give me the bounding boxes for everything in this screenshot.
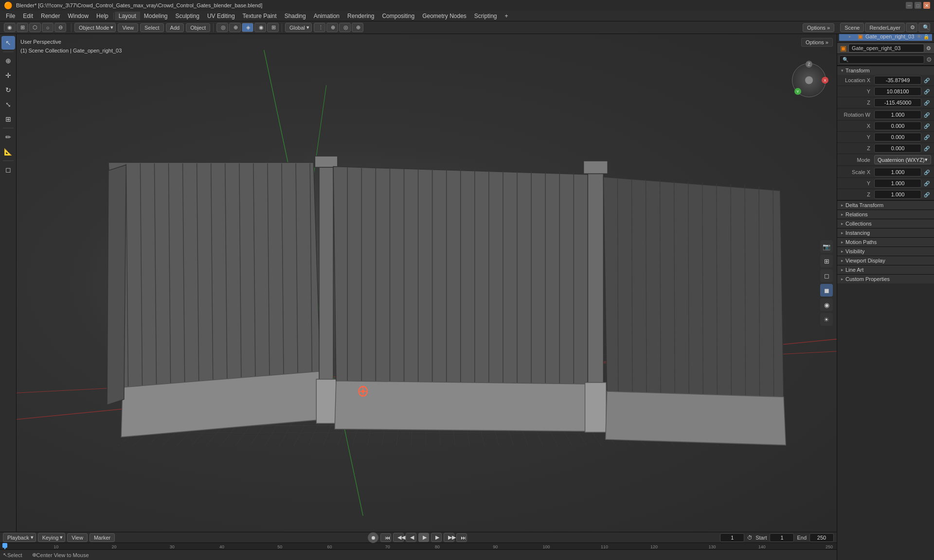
rotation-w-field[interactable]: 1.000 (874, 110, 921, 119)
relations-section[interactable]: ▸ Relations (837, 210, 934, 219)
collections-section[interactable]: ▸ Collections (837, 219, 934, 228)
rotation-x-lock[interactable]: 🔗 (922, 122, 931, 130)
location-x-field[interactable]: -35.87949 (874, 76, 921, 85)
toolbar-snap3[interactable]: ◎ (339, 23, 351, 32)
rotation-w-lock[interactable]: 🔗 (922, 110, 931, 119)
scale-x-lock[interactable]: 🔗 (922, 168, 931, 176)
scale-x-field[interactable]: 1.000 (874, 168, 921, 176)
scale-z-field[interactable]: 1.000 (874, 190, 921, 199)
nav-center[interactable] (805, 76, 813, 84)
skip-start-btn[interactable]: ⏮ (380, 533, 391, 542)
play-record-btn[interactable]: ⏺ (368, 532, 378, 543)
toolbar-settings[interactable]: ⚙ (906, 23, 917, 32)
toolbar-icon1[interactable]: ◎ (216, 23, 228, 32)
nav-bottom-y[interactable]: Y (794, 88, 801, 95)
rotation-z-field[interactable]: 0.000 (874, 144, 921, 153)
options-button[interactable]: Options » (803, 23, 834, 32)
timeline-marker-btn[interactable]: Marker (90, 533, 115, 542)
vp-camera-icon[interactable]: 📷 (820, 240, 833, 253)
properties-search[interactable]: 🔍 (839, 55, 924, 64)
start-frame-field[interactable]: 1 (770, 533, 794, 542)
toolbar-search[interactable]: 🔍 (918, 23, 930, 32)
keying-dropdown[interactable]: Keying ▾ (38, 533, 66, 542)
prev-keyframe-btn[interactable]: ◀ (406, 533, 416, 542)
menu-shading[interactable]: Shading (281, 12, 310, 20)
rotation-y-lock[interactable]: 🔗 (922, 133, 931, 141)
current-frame-handle[interactable] (2, 543, 7, 548)
toolbar-snap4[interactable]: ⊕ (352, 23, 363, 32)
next-frame-btn[interactable]: ▶▶ (444, 533, 454, 542)
tool-select[interactable]: ↖ (1, 36, 15, 50)
tool-add[interactable]: ◻ (1, 163, 15, 176)
menu-uv-editing[interactable]: UV Editing (203, 12, 239, 20)
vp-shading-solid[interactable]: ◼ (820, 284, 833, 297)
menu-add-workspace[interactable]: + (501, 12, 512, 20)
location-z-lock[interactable]: 🔗 (922, 98, 931, 107)
location-z-field[interactable]: -115.45000 (874, 98, 921, 107)
toolbar-add[interactable]: Add (166, 23, 184, 32)
object-name-field[interactable]: Gate_open_right_03 (848, 44, 924, 52)
menu-file[interactable]: File (2, 12, 19, 20)
menu-edit[interactable]: Edit (19, 12, 37, 20)
tool-transform[interactable]: ⊞ (1, 112, 15, 126)
delta-transform-section[interactable]: ▸ Delta Transform (837, 200, 934, 210)
motion-paths-section[interactable]: ▸ Motion Paths (837, 237, 934, 246)
options-btn[interactable]: Options » (801, 38, 833, 47)
tool-annotate[interactable]: ✏ (1, 130, 15, 144)
toolbar-select-mode3[interactable]: ⬡ (29, 23, 41, 32)
menu-window[interactable]: Window (64, 12, 92, 20)
nav-top-z[interactable]: Z (806, 61, 812, 68)
rotation-z-lock[interactable]: 🔗 (922, 144, 931, 153)
toolbar-icon4[interactable]: ◉ (254, 23, 266, 32)
current-frame-field[interactable]: 1 (720, 533, 744, 542)
nav-right-x[interactable]: X (822, 77, 828, 84)
menu-sculpting[interactable]: Sculpting (172, 12, 203, 20)
scale-z-lock[interactable]: 🔗 (922, 190, 931, 199)
toolbar-icon3[interactable]: ◈ (242, 23, 253, 32)
scale-y-field[interactable]: 1.000 (874, 179, 921, 188)
navigation-widget[interactable]: Z X Y (792, 63, 831, 102)
custom-properties-section[interactable]: ▸ Custom Properties (837, 274, 934, 283)
menu-scripting[interactable]: Scripting (470, 12, 501, 20)
play-btn[interactable]: ▶ (418, 533, 429, 542)
timeline-view-btn[interactable]: View (67, 533, 88, 542)
toolbar-select[interactable]: Select (140, 23, 164, 32)
toolbar-snap1[interactable]: ⋮ (314, 23, 325, 32)
props-settings-icon[interactable]: ⚙ (926, 56, 932, 63)
rotation-mode-dropdown[interactable]: Quaternion (WXYZ) ▾ (874, 155, 931, 164)
location-y-field[interactable]: 10.08100 (874, 87, 921, 96)
vp-shading-wire[interactable]: ◻ (820, 269, 833, 282)
menu-render[interactable]: Render (37, 12, 64, 20)
object-mode-dropdown[interactable]: Object Mode ▾ (74, 23, 116, 32)
viewport-display-section[interactable]: ▸ Viewport Display (837, 256, 934, 265)
instancing-section[interactable]: ▸ Instancing (837, 228, 934, 237)
toolbar-select-mode2[interactable]: ⊞ (17, 23, 28, 32)
obj-visibility[interactable]: 👁 (916, 34, 922, 39)
tool-scale[interactable]: ⤡ (1, 98, 15, 111)
global-dropdown[interactable]: Global ▾ (285, 23, 312, 32)
toolbar-view[interactable]: View (118, 23, 138, 32)
toolbar-select-mode[interactable]: ◉ (4, 23, 16, 32)
menu-layout[interactable]: Layout (115, 12, 140, 20)
tool-measure[interactable]: 📐 (1, 145, 15, 158)
toolbar-select-mode4[interactable]: ○ (42, 23, 54, 32)
obj-restrict[interactable]: 🔒 (923, 34, 929, 39)
minimize-button[interactable]: ─ (906, 2, 913, 9)
renderlayer-label[interactable]: RenderLayer (865, 23, 905, 32)
object-properties-icon[interactable]: ⚙ (926, 45, 931, 52)
scale-y-lock[interactable]: 🔗 (922, 179, 931, 188)
viewport-canvas[interactable]: User Perspective (1) Scene Collection | … (17, 34, 837, 532)
toolbar-icon5[interactable]: ⊞ (267, 23, 279, 32)
rotation-x-field[interactable]: 0.000 (874, 122, 921, 130)
next-keyframe-btn[interactable]: ▶ (431, 533, 442, 542)
toolbar-object[interactable]: Object (186, 23, 210, 32)
vp-shading-rendered[interactable]: ☀ (820, 313, 833, 326)
rotation-y-field[interactable]: 0.000 (874, 133, 921, 141)
vp-shading-material[interactable]: ◉ (820, 298, 833, 311)
toolbar-snap2[interactable]: ⊕ (326, 23, 338, 32)
tool-cursor[interactable]: ⊕ (1, 54, 15, 68)
visibility-section[interactable]: ▸ Visibility (837, 246, 934, 256)
menu-help[interactable]: Help (92, 12, 112, 20)
line-art-section[interactable]: ▸ Line Art (837, 265, 934, 274)
end-frame-field[interactable]: 250 (809, 533, 834, 542)
